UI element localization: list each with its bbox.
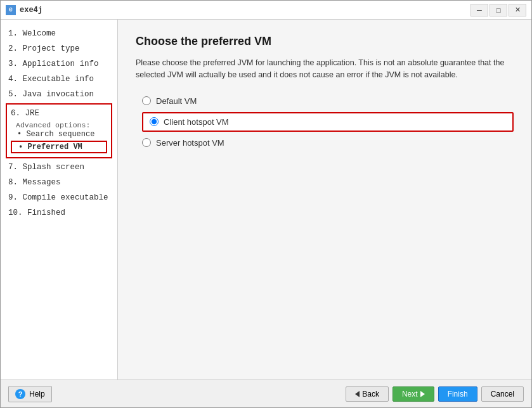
sidebar-item-finished[interactable]: 10. Finished	[6, 205, 112, 220]
footer-left: ? Help	[8, 386, 52, 402]
radio-option-client-hotspot-vm[interactable]: Client hotspot VM	[142, 112, 514, 132]
cancel-label: Cancel	[491, 390, 514, 398]
cancel-button[interactable]: Cancel	[481, 386, 524, 402]
title-bar: e exe4j ─ □ ✕	[1, 1, 531, 20]
finish-label: Finish	[448, 390, 468, 398]
close-button[interactable]: ✕	[509, 4, 526, 16]
next-icon	[420, 391, 425, 397]
next-button[interactable]: Next	[393, 386, 434, 402]
radio-default-vm[interactable]	[142, 96, 151, 105]
sidebar-item-java-invocation[interactable]: 5. Java invocation	[6, 87, 112, 102]
title-bar-left: e exe4j	[6, 5, 42, 15]
sidebar-item-project-type[interactable]: 2. Project type	[6, 41, 112, 56]
next-label: Next	[402, 390, 418, 398]
sidebar-item-compile-executable[interactable]: 9. Compile executable	[6, 190, 112, 205]
app-icon: e	[6, 5, 16, 15]
radio-option-default-vm[interactable]: Default VM	[142, 96, 514, 106]
sidebar-item-application-info[interactable]: 3. Application info	[6, 56, 112, 72]
sidebar-item-welcome[interactable]: 1. Welcome	[6, 26, 112, 41]
window-title: exe4j	[20, 6, 42, 15]
radio-option-server-hotspot-vm[interactable]: Server hotspot VM	[142, 138, 514, 148]
sidebar-advanced-label: Advanced options:	[11, 120, 107, 129]
radio-client-hotspot-vm-label: Client hotspot VM	[164, 117, 229, 127]
help-label: Help	[29, 390, 45, 398]
main-panel: Choose the preferred VM Please choose th…	[118, 20, 531, 379]
sidebar-item-jre[interactable]: 6. JRE	[11, 107, 107, 120]
footer-right: Back Next Finish Cancel	[346, 386, 524, 402]
footer: ? Help Back Next Finish Cancel	[1, 379, 531, 407]
radio-client-hotspot-vm[interactable]	[150, 117, 159, 126]
help-icon: ?	[15, 389, 25, 399]
content-area: 1. Welcome 2. Project type 3. Applicatio…	[1, 20, 531, 379]
sidebar-item-executable-info[interactable]: 4. Executable info	[6, 72, 112, 87]
page-title: Choose the preferred VM	[136, 35, 514, 48]
back-label: Back	[362, 390, 379, 398]
sidebar-search-sequence[interactable]: • Search sequence	[11, 129, 107, 139]
sidebar-item-messages[interactable]: 8. Messages	[6, 175, 112, 190]
sidebar: 1. Welcome 2. Project type 3. Applicatio…	[1, 20, 118, 379]
finish-button[interactable]: Finish	[438, 386, 477, 402]
vm-radio-group: Default VM Client hotspot VM Server hots…	[142, 96, 514, 148]
back-button[interactable]: Back	[346, 386, 389, 402]
sidebar-item-splash-screen[interactable]: 7. Splash screen	[6, 160, 112, 175]
radio-default-vm-label: Default VM	[156, 96, 197, 106]
sidebar-preferred-vm[interactable]: • Preferred VM	[11, 141, 107, 153]
page-description: Please choose the preferred JVM for laun…	[136, 57, 514, 81]
maximize-button[interactable]: □	[490, 4, 507, 16]
sidebar-jre-section: 6. JRE Advanced options: • Search sequen…	[6, 103, 112, 158]
title-bar-controls: ─ □ ✕	[470, 4, 526, 16]
help-button[interactable]: ? Help	[8, 386, 52, 402]
minimize-button[interactable]: ─	[470, 4, 488, 16]
radio-server-hotspot-vm[interactable]	[142, 138, 151, 147]
back-icon	[355, 391, 360, 397]
radio-server-hotspot-vm-label: Server hotspot VM	[156, 138, 224, 148]
main-window: e exe4j ─ □ ✕ 1. Welcome 2. Project type…	[0, 0, 532, 408]
